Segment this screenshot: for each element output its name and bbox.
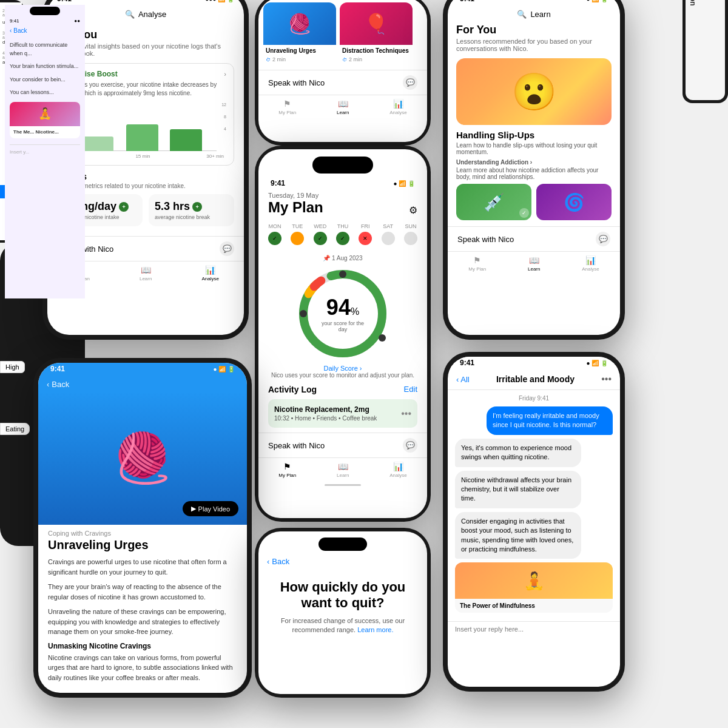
lesson-desc2-4: Learn more about how nicotine addiction … bbox=[456, 167, 612, 180]
home-indicator-3 bbox=[258, 483, 427, 487]
dot-icon-1: ⏱ bbox=[266, 57, 271, 62]
time-3: 9:41 bbox=[271, 179, 285, 187]
nav-learn-4[interactable]: 📖 Learn bbox=[528, 255, 540, 272]
day-tue: TUE bbox=[291, 223, 304, 245]
status-bar-7: 9:41 ● 📶 🔋 bbox=[448, 357, 620, 369]
nav-analyse-3[interactable]: 📊 Analyse bbox=[389, 462, 406, 478]
nav-my-plan-2[interactable]: ⚑ My Plan bbox=[278, 99, 296, 115]
how-quit-desc: For increased change of success, use our… bbox=[271, 616, 415, 635]
score-ring-container: 📌 1 Aug 2023 bbox=[258, 249, 427, 385]
book-icon-2: 📖 bbox=[338, 99, 348, 109]
activity-info: Nicotine Replacement, 2mg 10:32 • Home •… bbox=[274, 405, 377, 422]
time-4: 9:41 bbox=[460, 0, 474, 3]
video-hero-5: 🧶 ▶ Play Video bbox=[38, 391, 247, 525]
lesson-card-purple-4[interactable]: 🌀 bbox=[536, 184, 612, 220]
daily-score-link[interactable]: Daily Score › bbox=[324, 365, 362, 372]
nav-learn-2[interactable]: 📖 Learn bbox=[337, 99, 349, 115]
speak-nico-bar-4[interactable]: Speak with Nico 💬 bbox=[448, 226, 620, 251]
day-circle-mon: ✓ bbox=[268, 232, 281, 245]
chat-input-7[interactable] bbox=[455, 625, 613, 633]
chat-lesson-img-7: 🧘 bbox=[455, 562, 613, 599]
chart-icon-3: 📊 bbox=[393, 462, 403, 471]
phone3-screen: 9:41 ● 📶 🔋 Tuesday, 19 May My Plan ⚙ MON… bbox=[258, 149, 427, 518]
back-bar-6[interactable]: ‹ Back bbox=[258, 554, 427, 567]
lesson-subtitle-4[interactable]: Understanding Addiction › bbox=[456, 159, 612, 166]
dynamic-island-6 bbox=[258, 531, 427, 554]
phone7-screen: 9:41 ● 📶 🔋 ‹ All Irritable and Moody •••… bbox=[448, 357, 620, 687]
dynamic-island-pill-3 bbox=[312, 157, 373, 174]
play-video-btn[interactable]: ▶ Play Video bbox=[183, 501, 238, 516]
svg-point-5 bbox=[339, 271, 346, 278]
day-circle-sun bbox=[404, 232, 417, 245]
phone-how-quit: ‹ Back How quickly do you want to quit? … bbox=[255, 528, 431, 698]
time-7: 9:41 bbox=[460, 359, 474, 367]
phone-chat: 9:41 ● 📶 🔋 ‹ All Irritable and Moody •••… bbox=[443, 352, 625, 692]
speak-nico-bar-3[interactable]: Speak with Nico 💬 bbox=[258, 433, 427, 457]
chat-title-7: Irritable and Moody bbox=[496, 374, 575, 384]
for-you-section-4: For You Lessons recommended for you base… bbox=[448, 24, 620, 220]
thumb-title-2: Distraction Techniques bbox=[340, 45, 413, 56]
settings-icon[interactable]: ⚙ bbox=[409, 204, 417, 216]
svg-point-6 bbox=[379, 334, 386, 342]
activity-card[interactable]: Nicotine Replacement, 2mg 10:32 • Home •… bbox=[268, 399, 417, 428]
lesson-hero-4[interactable]: 😮 bbox=[456, 58, 612, 125]
myplan-settings: My Plan ⚙ bbox=[268, 199, 417, 216]
nav-analyse-2[interactable]: 📊 Analyse bbox=[389, 99, 406, 115]
thumb-img-2: 🎈 bbox=[340, 2, 413, 45]
content-title-5: Unraveling Urges bbox=[48, 538, 237, 552]
svg-point-4 bbox=[300, 310, 307, 317]
week-row: MON ✓ TUE WED ✓ THU ✓ FRI ✕ SAT bbox=[258, 220, 427, 249]
activity-meta: 10:32 • Home • Friends • Coffee break bbox=[274, 415, 377, 422]
phone4-screen: 9:41 ● 📶 🔋 🔍 Learn For You Lessons recom… bbox=[448, 0, 620, 335]
day-circle-thu: ✓ bbox=[336, 232, 349, 245]
myplan-date: Tuesday, 19 May bbox=[268, 192, 417, 199]
mon-label: Mon bbox=[686, 0, 700, 12]
chat-more-icon-7[interactable]: ••• bbox=[601, 374, 612, 385]
metric-card-2: 5.3 hrs + average nicotine break bbox=[149, 194, 234, 226]
chat-lesson-card-7[interactable]: 🧘 The Power of Mindfulness bbox=[455, 562, 613, 613]
back-link-5[interactable]: ‹ Back bbox=[38, 375, 247, 391]
speak-nico-bar-2[interactable]: Speak with Nico 💬 bbox=[258, 70, 427, 95]
chat-input-bar-7 bbox=[448, 621, 620, 636]
score-number: 94% your score for the day bbox=[318, 295, 367, 332]
time-5: 9:41 bbox=[50, 365, 65, 373]
chat-back-7[interactable]: ‹ All bbox=[456, 375, 470, 384]
home-bar-3 bbox=[325, 484, 361, 486]
activity-more-icon[interactable]: ••• bbox=[401, 408, 411, 419]
book-icon-3: 📖 bbox=[338, 462, 348, 471]
lesson-title-4: Handling Slip-Ups bbox=[456, 130, 612, 140]
myplan-title: My Plan bbox=[268, 199, 323, 216]
nav-analyse-1[interactable]: 📊 Analyse bbox=[201, 265, 218, 281]
day-circle-wed: ✓ bbox=[314, 232, 327, 245]
thumb-duration-2: ⏱ 2 min bbox=[340, 56, 413, 65]
chart-icon-2: 📊 bbox=[393, 99, 403, 109]
nav-analyse-4[interactable]: 📊 Analyse bbox=[582, 255, 599, 272]
thumb-img-1: 🧶 bbox=[263, 2, 336, 45]
flag-icon-3: ⚑ bbox=[283, 462, 291, 471]
metric-badge-2: + bbox=[192, 202, 202, 212]
day-circle-fri: ✕ bbox=[359, 232, 372, 245]
status-icons-3: ● 📶 🔋 bbox=[393, 180, 415, 187]
content-sub-5: Unmasking Nicotine Cravings bbox=[48, 642, 237, 650]
learn-more-link[interactable]: Learn more. bbox=[357, 626, 393, 633]
status-bar-4: 9:41 ● 📶 🔋 bbox=[448, 0, 620, 5]
bubble-sent-7: I'm feeling really irritable and moody s… bbox=[487, 406, 613, 435]
lesson-card-green-4[interactable]: 💉 ✓ bbox=[456, 184, 531, 220]
score-label: your score for the day bbox=[318, 320, 367, 332]
exercise-desc: On days you exercise, your nicotine inta… bbox=[65, 81, 226, 98]
nav-my-plan-3[interactable]: ⚑ My Plan bbox=[278, 462, 296, 478]
chevron-right-icon: › bbox=[224, 70, 226, 78]
chat-body-7: Friday 9:41 I'm feeling really irritable… bbox=[448, 390, 620, 621]
syringe-emoji: 💉 bbox=[484, 192, 505, 212]
chart-icon-1: 📊 bbox=[205, 265, 215, 275]
video-thumb-1[interactable]: 🧶 Unraveling Urges ⏱ 2 min bbox=[263, 2, 336, 65]
edit-link[interactable]: Edit bbox=[404, 385, 417, 394]
nav-learn-3[interactable]: 📖 Learn bbox=[337, 462, 349, 478]
content-para-5-1: Cravings are powerful urges to use nicot… bbox=[48, 557, 237, 577]
how-quit-title: How quickly do you want to quit? bbox=[271, 579, 415, 612]
nav-my-plan-4[interactable]: ⚑ My Plan bbox=[468, 255, 486, 272]
nav-learn-1[interactable]: 📖 Learn bbox=[140, 265, 152, 281]
video-thumb-2[interactable]: 🎈 Distraction Techniques ⏱ 2 min bbox=[340, 2, 413, 65]
surprise-emoji: 😮 bbox=[511, 70, 557, 113]
book-icon-1: 📖 bbox=[141, 265, 151, 275]
